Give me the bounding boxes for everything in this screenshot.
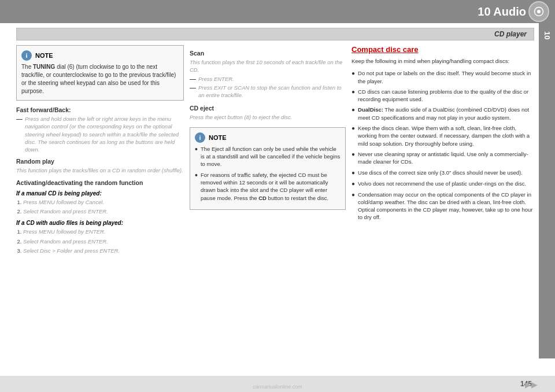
scan-dash-2: — Press EXIT or SCAN to stop the scan fu… [190,84,346,99]
cd-player-bar: CD player [16,28,534,40]
list-item: Press MENU followed by ENTER. [23,228,184,236]
random-play-text: This function plays the tracks/files on … [16,167,184,174]
if-audio-list: Press MENU followed by ENTER. Select Ran… [16,228,184,255]
right-bullet-2: ● DualDisc: The audio side of a DualDisc… [352,106,534,121]
svg-point-1 [537,10,541,13]
audio-icon [528,1,549,22]
right-bullet-5: ● Use discs of the correct size only (3.… [352,169,534,177]
right-bullet-6: ● Volvo does not recommend the use of pl… [352,180,534,188]
note-bullet-2: • For reasons of traffic safety, the eje… [195,171,341,202]
if-manual-label: If a manual CD is being played: [16,190,184,197]
note-header-2: i NOTE [195,132,341,143]
if-audio-label: If a CD with audio files is being played… [16,220,184,226]
list-item: Press MENU followed by Cancel. [23,198,184,206]
right-bullet-1: ● CD discs can cause listening problems … [352,88,534,103]
right-bullet-0: ● Do not put tape or labels on the disc … [352,69,534,85]
main-content: i NOTE The TUNING dial (6) (turn clockwi… [16,45,534,375]
right-bullet-3: ● Keep the discs clean. Wipe them with a… [352,124,534,147]
nav-arrow: ▶▶ [525,380,538,389]
mid-column: Scan This function plays the first 10 se… [190,45,346,375]
activating-heading: Activating/deactivating the random funct… [16,179,184,186]
fast-forward-text: — Press and hold down the left or right … [16,115,184,153]
scan-heading: Scan [190,50,346,57]
if-manual-list: Press MENU followed by Cancel. Select Ra… [16,198,184,216]
watermark: carmanualonline.com [253,384,302,390]
right-bullet-4: ● Never use cleaning spray or antistatic… [352,150,534,166]
right-column: Compact disc care Keep the following in … [352,45,534,375]
right-bullet-7: ● Condensation may occur on the optical … [352,191,534,221]
note-title-2: NOTE [209,134,227,141]
chapter-tab: 10 [539,23,555,358]
cd-player-label: CD player [494,30,527,38]
header-title: 10 Audio [478,5,526,19]
right-intro: Keep the following in mind when playing/… [352,57,534,65]
note-header: i NOTE [21,50,179,61]
info-icon: i [21,50,32,61]
note-text: The TUNING dial (6) (turn clockwise to g… [21,63,179,95]
fast-forward-heading: Fast forward/Back: [16,106,184,113]
note-title: NOTE [35,52,53,59]
cd-eject-heading: CD eject [190,105,346,112]
compact-disc-heading: Compact disc care [352,45,534,54]
list-item: Select Random and press ENTER. [23,238,184,246]
random-play-heading: Random play [16,158,184,165]
header-bar: 10 Audio [0,0,555,23]
list-item: Select Disc > Folder and press ENTER. [23,247,184,255]
note-bullet-1: • The Eject all function can only be use… [195,145,341,168]
left-column: i NOTE The TUNING dial (6) (turn clockwi… [16,45,184,375]
note-box: i NOTE The TUNING dial (6) (turn clockwi… [16,45,184,101]
scan-text: This function plays the first 10 seconds… [190,58,346,74]
info-icon-2: i [195,132,205,143]
cd-eject-text: Press the eject button (8) to eject the … [190,113,346,121]
list-item: Select Random and press ENTER. [23,208,184,216]
scan-dash-1: — Press ENTER. [190,75,346,83]
note-box-blue: i NOTE • The Eject all function can only… [190,127,346,210]
